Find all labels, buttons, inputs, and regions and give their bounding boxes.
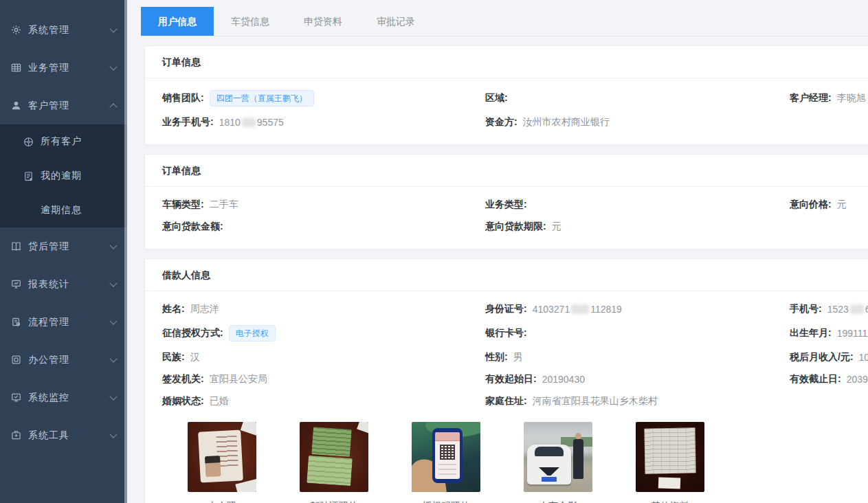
chevron-up-icon [109, 103, 117, 111]
field-name: 姓名: 周志洋 [162, 303, 485, 315]
sidebar-item-system-management[interactable]: 系统管理 [0, 11, 127, 49]
clients-icon [23, 136, 34, 147]
masked-digits [571, 304, 589, 314]
field-account-manager: 客户经理: 李晓旭 [790, 92, 868, 104]
photo-block: 授权码照片 [412, 422, 480, 503]
field-value: 二手车 [210, 199, 238, 211]
chevron-down-icon [109, 63, 117, 70]
field-credit-auth-method: 征信授权方式: 电子授权 [162, 325, 485, 342]
auth-qr-code-photo[interactable] [412, 422, 480, 492]
card-body: 车辆类型: 二手车 业务类型: 意向价格: 元 意向贷款金额: [145, 187, 868, 249]
sidebar-item-label: 办公管理 [28, 354, 69, 366]
photo-caption: 人车合影 [524, 500, 592, 503]
field-funder: 资金方: 汝州市农村商业银行 [485, 116, 790, 128]
sidebar-item-label: 贷后管理 [28, 241, 69, 253]
field-value: 已婚 [210, 395, 229, 407]
document-photo[interactable] [636, 422, 704, 492]
sidebar-item-business-management[interactable]: 业务管理 [0, 49, 127, 87]
tab-approval-records[interactable]: 审批记录 [359, 7, 432, 36]
order-info-card: 订单信息 销售团队: 四团一营（直属王鹏飞） 区域: 客户经理: 李晓旭 [144, 45, 868, 145]
field-label: 民族: [162, 351, 185, 364]
field-label: 家庭住址: [485, 395, 527, 407]
field-label: 业务手机号: [162, 116, 214, 128]
field-value: 汝州市农村商业银行 [523, 116, 610, 128]
photo-caption: 驾驶证照片 [300, 500, 368, 503]
office-icon [10, 355, 21, 366]
green-booklet-graphic [307, 427, 355, 486]
monitor-icon [10, 279, 21, 290]
chevron-down-icon [109, 430, 117, 438]
person-with-car-photo[interactable] [524, 422, 592, 492]
tab-loan-application-docs[interactable]: 申贷资料 [287, 7, 359, 36]
field-value-suffix: 6137 [865, 304, 868, 315]
field-value: 宜阳县公安局 [210, 373, 267, 385]
order-vehicle-card: 订单信息 车辆类型: 二手车 业务类型: 意向价格: 元 [144, 154, 868, 249]
field-intended-price: 意向价格: 元 [790, 199, 868, 211]
sidebar-item-label: 系统工具 [28, 429, 69, 442]
tab-user-info[interactable]: 用户信息 [141, 7, 214, 36]
sidebar-item-customer-management[interactable]: 客户管理 [0, 87, 127, 124]
field-home-address: 家庭住址: 河南省宜阳县花果山乡木柴村 [485, 395, 790, 407]
sidebar-item-post-loan-management[interactable]: 贷后管理 [0, 227, 127, 265]
photo-block: 本人照 [188, 422, 256, 503]
tab-car-loan-info[interactable]: 车贷信息 [214, 7, 287, 36]
card-body: 销售团队: 四团一营（直属王鹏飞） 区域: 客户经理: 李晓旭 业务手机号: [145, 78, 868, 144]
car-graphic [527, 445, 571, 484]
notebook-icon [23, 170, 34, 181]
field-row: 业务手机号: 1810 95575 资金方: 汝州市农村商业银行 [162, 111, 868, 133]
field-label: 银行卡号: [485, 327, 527, 339]
field-value: 20390430 [847, 374, 868, 385]
person-graphic [573, 439, 583, 479]
field-label: 意向贷款金额: [162, 221, 223, 233]
sidebar-item-all-customers[interactable]: 所有客户 [0, 124, 127, 159]
id-card-photo[interactable] [188, 422, 256, 492]
field-valid-until: 有效截止日: 20390430 [790, 373, 868, 385]
field-value-prefix: 1810 [219, 117, 241, 128]
sidebar-item-system-tools[interactable]: 系统工具 [0, 416, 127, 454]
field-valid-from: 有效起始日: 20190430 [485, 373, 790, 385]
chevron-down-icon [109, 355, 117, 362]
photo-caption: 授权码照片 [412, 500, 480, 503]
field-value-prefix: 4103271 [533, 304, 570, 315]
sidebar-item-my-overdue[interactable]: 我的逾期 [0, 159, 127, 193]
sidebar-item-report-statistics[interactable]: 报表统计 [0, 265, 127, 303]
sidebar-item-overdue-info[interactable]: 逾期信息 [0, 193, 127, 227]
gear-icon [10, 25, 21, 36]
sidebar-item-office-management[interactable]: 办公管理 [0, 341, 127, 379]
chevron-down-icon [109, 241, 117, 249]
user-icon [10, 100, 21, 111]
sidebar-item-label: 业务管理 [28, 62, 69, 74]
field-label: 有效起始日: [485, 373, 537, 385]
phone-graphic [432, 428, 463, 483]
driver-license-photo[interactable] [300, 422, 368, 492]
field-value: 周志洋 [190, 303, 219, 315]
field-ethnicity: 民族: 汉 [162, 351, 485, 364]
monitor-check-icon [10, 392, 21, 403]
field-value-suffix: 112819 [590, 304, 622, 315]
sidebar-item-label: 逾期信息 [41, 204, 82, 216]
sidebar-item-system-monitor[interactable]: 系统监控 [0, 379, 127, 416]
card-title: 订单信息 [145, 46, 868, 78]
paper-slip-graphic [658, 477, 681, 489]
electronic-auth-tag[interactable]: 电子授权 [229, 325, 276, 342]
field-row: 车辆类型: 二手车 业务类型: 意向价格: 元 [162, 194, 868, 216]
masked-digits [242, 118, 256, 127]
field-label: 意向价格: [790, 199, 832, 211]
field-row: 民族: 汉 性别: 男 税后月收入/元: 10000 [162, 346, 868, 368]
chevron-down-icon [109, 317, 117, 324]
chevron-down-icon [109, 25, 117, 32]
paper-scrap [241, 422, 256, 438]
sidebar-item-process-management[interactable]: 流程管理 [0, 303, 127, 341]
sidebar-item-label: 系统管理 [28, 24, 69, 36]
field-value: 男 [513, 351, 523, 364]
field-id-number: 身份证号: 4103271 112819 [485, 303, 790, 315]
chevron-down-icon [109, 392, 117, 400]
masked-digits [850, 304, 864, 314]
sidebar-item-label: 客户管理 [28, 100, 69, 112]
sidebar-item-label: 我的逾期 [41, 170, 82, 182]
sidebar-item-label: 流程管理 [28, 316, 69, 328]
sales-team-tag[interactable]: 四团一营（直属王鹏飞） [210, 90, 314, 107]
field-gender: 性别: 男 [485, 351, 790, 364]
field-label: 有效截止日: [790, 373, 841, 385]
field-value: 汉 [190, 351, 200, 364]
